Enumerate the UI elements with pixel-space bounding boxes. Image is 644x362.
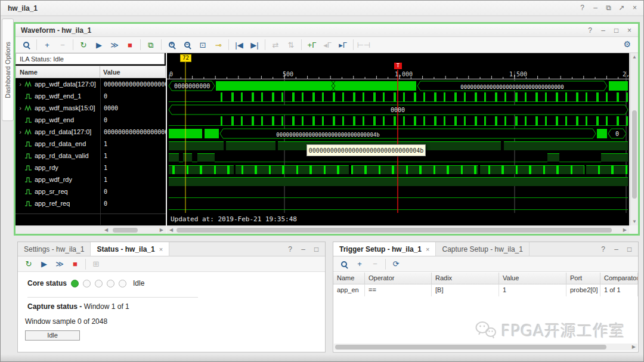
column-divider[interactable] (100, 78, 101, 225)
column-header[interactable]: Radix (432, 273, 499, 284)
dashboard-layout-icon[interactable]: ⊞ (89, 258, 103, 271)
signal-row[interactable]: app_wdf_rdy1 (16, 174, 166, 185)
zoom-in-icon[interactable]: + (165, 38, 179, 51)
float-button[interactable]: ↗ (618, 4, 626, 12)
signal-row[interactable]: ›app_rd_data[127:0]000000000000000000000… (16, 126, 166, 138)
name-column-header[interactable]: Name (16, 69, 100, 76)
column-header[interactable]: Name (333, 273, 365, 284)
minimize-button[interactable]: – (592, 4, 599, 12)
settings-gear-icon[interactable]: ⚙ (623, 39, 631, 49)
trigger-cell[interactable]: [B] (432, 284, 499, 296)
signal-name-cell[interactable]: app_wdf_rdy (16, 176, 100, 183)
run-trigger-icon[interactable]: ↻ (76, 38, 91, 51)
zoom-out-icon[interactable]: − (180, 38, 194, 51)
maximize-button[interactable]: □ (312, 245, 320, 253)
trigger-cell[interactable]: 1 (499, 284, 566, 296)
expand-icon[interactable]: › (18, 81, 23, 88)
signal-name-cell[interactable]: ›app_wdf_data[127:0] (16, 81, 100, 88)
minimize-button[interactable]: – (299, 245, 307, 253)
close-button[interactable]: × (631, 4, 639, 12)
signal-name-cell[interactable]: app_wdf_end_1 (16, 92, 100, 100)
signal-row[interactable]: ›app_wdf_mask[15:0]0000 (16, 102, 166, 114)
close-icon[interactable]: × (159, 246, 163, 253)
window-titlebar[interactable]: hw_ila_1 ?–⧉↗× (1, 1, 643, 16)
signal-name-cell[interactable]: app_rdy (16, 164, 100, 171)
signal-name-cell[interactable]: app_rd_data_valid (16, 152, 100, 159)
search-icon[interactable] (337, 258, 351, 271)
tab-trigger-setup[interactable]: Trigger Setup - hw_ila_1 × (333, 242, 436, 256)
tab-capture-setup[interactable]: Capture Setup - hw_ila_1 (436, 242, 529, 256)
trigger-flag[interactable]: T (394, 63, 402, 69)
scrollbar-thumb[interactable] (632, 110, 637, 199)
signal-row[interactable]: app_rd_data_valid1 (16, 150, 166, 162)
dashboard-options-tab[interactable]: Dashboard Options (2, 18, 14, 121)
close-button[interactable]: × (626, 26, 633, 35)
run-immediate-icon[interactable]: ▶ (92, 38, 106, 51)
expand-icon[interactable]: › (18, 104, 23, 112)
minimize-button[interactable]: – (599, 26, 607, 35)
help-button[interactable]: ? (599, 245, 607, 253)
signal-name-cell[interactable]: ›app_wdf_mask[15:0] (16, 104, 100, 112)
trigger-probe-row[interactable]: app_en==[B]1probe2[0]1 of 1 (333, 284, 638, 296)
scroll-right-icon[interactable]: ▶ (160, 227, 163, 233)
signal-name-cell[interactable]: app_rd_data_end (16, 140, 100, 147)
snap-to-transition-icon[interactable]: ⊢⊣ (357, 38, 371, 51)
go-to-trigger-icon[interactable]: ⊸ (211, 38, 225, 51)
signal-row[interactable]: app_wdf_end_10 (16, 90, 166, 102)
run-continuous-icon[interactable]: ≫ (107, 38, 122, 51)
restore-button[interactable]: ⧉ (605, 4, 612, 12)
add-probe-icon[interactable]: + (352, 258, 367, 271)
zoom-fit-icon[interactable]: ⊡ (196, 38, 210, 51)
minimize-button[interactable]: – (612, 245, 620, 253)
trigger-cell[interactable]: app_en (333, 284, 365, 296)
swap-cursors-icon[interactable]: ⇄ (268, 38, 283, 51)
scroll-left-icon[interactable]: ◀ (104, 227, 108, 233)
scrollbar-thumb[interactable] (113, 228, 138, 233)
stop-icon[interactable]: ■ (68, 258, 82, 271)
help-button[interactable]: ? (586, 26, 594, 35)
scroll-right-icon[interactable]: ▶ (623, 227, 627, 233)
trigger-cell[interactable]: == (365, 284, 432, 296)
waveform-canvas[interactable]: 05001,0001,5002,00 72 T 0000000000 00000… (167, 53, 629, 225)
waveform-horizontal-scrollbar[interactable]: ◀ ▶ (167, 225, 629, 234)
signal-name-cell[interactable]: app_sr_req (16, 188, 100, 195)
help-button[interactable]: ? (286, 245, 294, 253)
tab-settings[interactable]: Settings - hw_ila_1 (18, 242, 91, 256)
previous-transition-icon[interactable]: |◀ (232, 38, 246, 51)
marker-flag[interactable]: 72 (180, 54, 191, 62)
waveform-header[interactable]: Waveform - hw_ila_1 ?–□× (16, 24, 638, 37)
maximize-button[interactable]: □ (612, 26, 620, 35)
help-button[interactable]: ? (578, 4, 586, 12)
value-column-header[interactable]: Value (100, 66, 165, 78)
tab-status[interactable]: Status - hw_ila_1 × (91, 242, 169, 256)
scroll-down-icon[interactable]: ▼ (632, 219, 637, 224)
add-marker-icon[interactable]: +Γ (305, 38, 319, 51)
run-immediate-icon[interactable]: ▶ (37, 258, 51, 271)
scrollbar-thumb[interactable] (335, 345, 606, 349)
column-header[interactable]: Operator (365, 273, 432, 284)
column-header[interactable]: Port (566, 273, 600, 284)
scrollbar-thumb[interactable] (177, 228, 612, 233)
close-icon[interactable]: × (426, 246, 429, 253)
run-trigger-icon[interactable]: ↻ (21, 258, 36, 271)
trigger-cell[interactable]: 1 of 1 (600, 284, 638, 296)
add-icon[interactable]: + (40, 38, 54, 51)
scroll-up-icon[interactable]: ▲ (632, 54, 637, 60)
search-icon[interactable] (19, 38, 33, 51)
next-marker-icon[interactable]: ▸Γ (336, 38, 350, 51)
next-transition-icon[interactable]: ▶| (247, 38, 262, 51)
trigger-cell[interactable]: probe2[0] (566, 284, 600, 296)
signal-name-cell[interactable]: app_wdf_end (16, 116, 100, 123)
names-horizontal-scrollbar[interactable]: ◀ ▶ (16, 225, 166, 234)
signal-name-cell[interactable]: ›app_rd_data[127:0] (16, 128, 100, 135)
trigger-horizontal-scrollbar[interactable]: ▶ (334, 344, 637, 351)
run-continuous-icon[interactable]: ≫ (52, 258, 67, 271)
signal-name-cell[interactable]: app_ref_req (16, 200, 100, 207)
stop-icon[interactable]: ■ (123, 38, 137, 51)
waveform-vertical-scrollbar[interactable]: ▲ ▼ (630, 53, 638, 225)
previous-marker-icon[interactable]: ◂Γ (320, 38, 335, 51)
signal-row[interactable]: app_sr_req0 (16, 185, 166, 197)
export-data-icon[interactable]: ⧉ (144, 38, 158, 51)
expand-icon[interactable]: › (18, 128, 23, 135)
remove-icon[interactable]: − (55, 38, 70, 51)
